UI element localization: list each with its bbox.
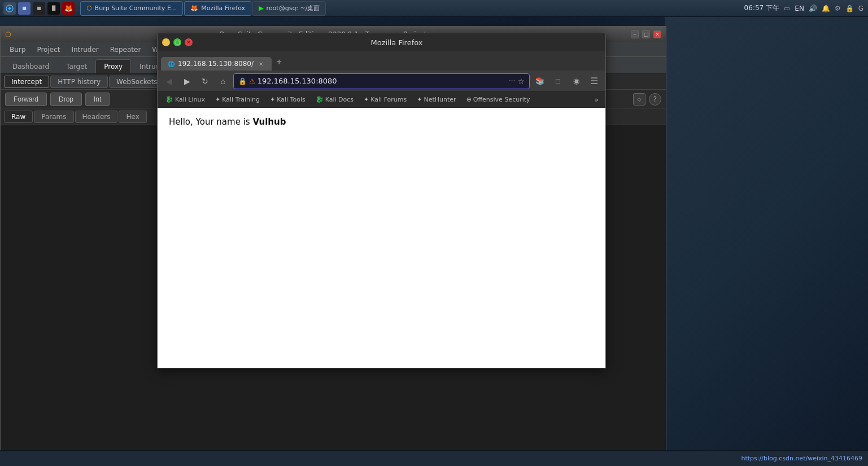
bm-offensive-security[interactable]: ⊕ Offensive Security xyxy=(462,95,535,104)
status-link: https://blog.csdn.net/weixin_43416469 xyxy=(741,455,862,462)
menu-project[interactable]: Project xyxy=(31,44,66,55)
ff-tab-title: 192.168.15.130:8080/ xyxy=(178,60,254,68)
req-tab-params[interactable]: Params xyxy=(34,111,73,123)
desktop-decoration xyxy=(665,17,868,450)
ff-hello-text: Hello, Your name is xyxy=(169,117,252,127)
ff-library-btn[interactable]: 📚 xyxy=(532,73,548,89)
taskbar-top: ■ ■ █ 🦊 ⬡ Burp Suite Community E... 🦊 Mo… xyxy=(0,0,868,17)
ff-forward-btn[interactable]: ▶ xyxy=(179,73,195,89)
forward-button[interactable]: Forward xyxy=(5,93,47,106)
ff-url-text: 192.168.15.130:8080 xyxy=(258,77,507,85)
req-tab-hex[interactable]: Hex xyxy=(119,111,146,123)
app-icon-4[interactable]: 🦊 xyxy=(62,2,75,15)
user-icon[interactable]: G xyxy=(858,5,863,12)
ff-toolbar-icons: 📚 □ ◉ ☰ xyxy=(532,73,602,89)
burp-app-icon: ⬡ xyxy=(5,30,11,38)
bm-kali-forums[interactable]: ✦ Kali Forums xyxy=(359,95,411,104)
subtab-http-history[interactable]: HTTP history xyxy=(50,76,108,88)
burp-win-controls: ─ □ ✕ xyxy=(631,30,661,38)
app-icon-2[interactable]: ■ xyxy=(33,2,45,15)
ff-home-btn[interactable]: ⌂ xyxy=(215,73,231,89)
ff-tab-close-btn[interactable]: ✕ xyxy=(257,60,265,68)
ff-win-controls: ─ □ ✕ xyxy=(162,38,193,46)
bm-kali-forums-label: Kali Forums xyxy=(370,96,407,103)
taskbar-apps: ⬡ Burp Suite Community E... 🦊 Mozilla Fi… xyxy=(80,1,326,16)
lock-icon[interactable]: 🔒 xyxy=(845,5,854,12)
bm-kali-training-icon: ✦ xyxy=(215,96,220,103)
help-button[interactable]: ? xyxy=(649,93,661,105)
volume-icon[interactable]: 🔊 xyxy=(809,5,817,12)
ff-menu-btn[interactable]: ☰ xyxy=(586,73,602,89)
burp-icon: ⬡ xyxy=(86,5,92,12)
ff-pocket-btn[interactable]: □ xyxy=(550,73,566,89)
taskbar-right: 06:57 下午 ▭ EN 🔊 🔔 ⚙ 🔒 G xyxy=(744,3,868,13)
ff-window-title: Mozilla Firefox xyxy=(193,38,601,47)
bm-kali-docs[interactable]: 🐉 Kali Docs xyxy=(311,95,358,104)
ff-url-menu-btn[interactable]: ··· xyxy=(509,77,515,85)
app-icon-3[interactable]: █ xyxy=(47,2,60,15)
ff-vulhub-text: Vulhub xyxy=(252,117,286,127)
req-tab-headers[interactable]: Headers xyxy=(75,111,118,123)
taskbar-left-icons: ■ ■ █ 🦊 xyxy=(0,2,78,15)
ff-bookmark-star[interactable]: ☆ xyxy=(517,77,525,86)
ff-urlbar[interactable]: 🔒 ⚠ 192.168.15.130:8080 ··· ☆ xyxy=(233,73,530,89)
bm-nethunter[interactable]: ✦ NetHunter xyxy=(412,95,460,104)
burp-taskbar-label: Burp Suite Community E... xyxy=(95,5,177,12)
bm-kali-forums-icon: ✦ xyxy=(364,96,369,103)
ff-url-security-icon: 🔒 xyxy=(238,77,247,85)
tab-proxy[interactable]: Proxy xyxy=(95,59,131,73)
ff-content-text: Hello, Your name is Vulhub xyxy=(169,117,286,127)
ff-tab-favicon: 🌐 xyxy=(168,61,175,67)
menu-repeater[interactable]: Repeater xyxy=(104,44,147,55)
bm-kali-linux-label: Kali Linux xyxy=(175,96,205,103)
start-icon[interactable] xyxy=(3,2,16,15)
ff-maximize-btn[interactable]: □ xyxy=(173,38,181,46)
app-icon-1[interactable]: ■ xyxy=(18,2,30,15)
bm-kali-docs-icon: 🐉 xyxy=(316,96,324,103)
ff-tabbar: 🌐 192.168.15.130:8080/ ✕ + xyxy=(158,51,605,71)
terminal-taskbar-btn[interactable]: ▶ root@gsq: ~/桌面 xyxy=(252,1,326,16)
firefox-taskbar-btn[interactable]: 🦊 Mozilla Firefox xyxy=(184,1,251,16)
ff-close-btn[interactable]: ✕ xyxy=(185,38,193,46)
ff-titlebar: ─ □ ✕ Mozilla Firefox xyxy=(158,33,605,51)
ff-minimize-btn[interactable]: ─ xyxy=(162,38,170,46)
burp-taskbar-btn[interactable]: ⬡ Burp Suite Community E... xyxy=(80,1,183,16)
bm-offensive-security-icon: ⊕ xyxy=(466,96,472,103)
menu-burp[interactable]: Burp xyxy=(4,44,31,55)
bm-nethunter-label: NetHunter xyxy=(424,96,456,103)
bm-kali-docs-label: Kali Docs xyxy=(325,96,354,103)
bm-more-btn[interactable]: » xyxy=(591,95,602,105)
power-icon[interactable]: ⚙ xyxy=(835,5,841,12)
burp-minimize-btn[interactable]: ─ xyxy=(631,30,639,38)
bm-kali-linux[interactable]: 🐉 Kali Linux xyxy=(161,95,210,104)
ff-reload-btn[interactable]: ↻ xyxy=(197,73,213,89)
bm-kali-tools[interactable]: ✦ Kali Tools xyxy=(265,95,310,104)
intercept-button[interactable]: Int xyxy=(85,93,110,106)
ff-url-lock-icon: ⚠ xyxy=(249,77,255,85)
burp-maximize-btn[interactable]: □ xyxy=(642,30,650,38)
tab-target[interactable]: Target xyxy=(58,59,95,73)
ff-content: Hello, Your name is Vulhub xyxy=(158,108,605,368)
bm-kali-training-label: Kali Training xyxy=(222,96,260,103)
drop-button[interactable]: Drop xyxy=(50,93,82,106)
menu-intruder[interactable]: Intruder xyxy=(66,44,104,55)
statusbar: https://blog.csdn.net/weixin_43416469 xyxy=(0,450,868,466)
subtab-intercept[interactable]: Intercept xyxy=(4,76,49,88)
ff-back-btn[interactable]: ◀ xyxy=(161,73,177,89)
terminal-icon: ▶ xyxy=(259,5,263,12)
req-tab-raw[interactable]: Raw xyxy=(4,111,33,123)
tab-dashboard[interactable]: Dashboard xyxy=(4,59,58,73)
ff-navbar: ◀ ▶ ↻ ⌂ 🔒 ⚠ 192.168.15.130:8080 ··· ☆ 📚 … xyxy=(158,71,605,92)
proxy-toolbar-right: ◇ ? xyxy=(633,93,661,105)
notification-icon[interactable]: 🔔 xyxy=(822,5,830,12)
ff-new-tab-btn[interactable]: + xyxy=(272,55,286,69)
burp-close-btn[interactable]: ✕ xyxy=(653,30,661,38)
diamond-icon[interactable]: ◇ xyxy=(633,93,645,105)
bm-kali-training[interactable]: ✦ Kali Training xyxy=(211,95,264,104)
language-indicator[interactable]: EN xyxy=(795,5,804,12)
bm-kali-tools-icon: ✦ xyxy=(270,96,275,103)
ff-tab-1[interactable]: 🌐 192.168.15.130:8080/ ✕ xyxy=(161,57,272,71)
terminal-taskbar-label: root@gsq: ~/桌面 xyxy=(267,4,320,12)
bm-offensive-security-label: Offensive Security xyxy=(473,96,530,103)
ff-containers-btn[interactable]: ◉ xyxy=(568,73,584,89)
